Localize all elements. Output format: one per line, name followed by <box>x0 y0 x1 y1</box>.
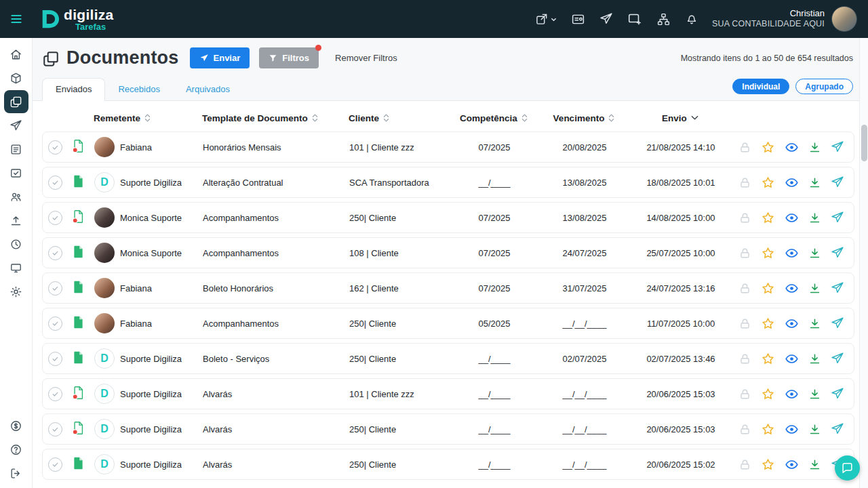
send-icon[interactable] <box>831 352 844 365</box>
sidebar-item-protocols[interactable] <box>4 138 28 161</box>
row-checkbox[interactable] <box>48 140 62 155</box>
sidebar-item-package[interactable] <box>4 66 28 89</box>
lock-icon[interactable] <box>738 211 751 224</box>
document-icon[interactable] <box>71 139 85 153</box>
eye-icon[interactable] <box>785 458 799 472</box>
agrupado-toggle[interactable]: Agrupado <box>795 79 853 94</box>
download-icon[interactable] <box>808 176 821 189</box>
star-icon[interactable] <box>761 246 775 260</box>
eye-icon[interactable] <box>785 317 799 331</box>
document-icon[interactable] <box>71 456 85 470</box>
document-icon[interactable] <box>71 421 85 435</box>
lock-icon[interactable] <box>738 176 751 189</box>
filtros-button[interactable]: Filtros <box>259 47 319 68</box>
document-icon[interactable] <box>71 350 85 365</box>
download-icon[interactable] <box>808 317 821 330</box>
org-chart-icon[interactable] <box>656 12 671 26</box>
enviar-button[interactable]: Enviar <box>190 47 250 68</box>
chat-button[interactable] <box>835 455 860 481</box>
sidebar-item-logout[interactable] <box>4 462 28 485</box>
row-checkbox[interactable] <box>48 458 62 472</box>
lock-icon[interactable] <box>738 352 751 365</box>
eye-icon[interactable] <box>785 246 799 260</box>
send-icon[interactable] <box>831 281 844 295</box>
column-cliente[interactable]: Cliente <box>349 113 450 123</box>
card-plus-icon[interactable] <box>627 12 642 26</box>
tab-recebidos[interactable]: Recebidos <box>105 79 172 100</box>
star-icon[interactable] <box>761 176 775 190</box>
star-icon[interactable] <box>761 387 775 401</box>
download-icon[interactable] <box>808 458 821 471</box>
send-icon[interactable] <box>831 422 844 436</box>
eye-icon[interactable] <box>785 352 799 366</box>
eye-icon[interactable] <box>785 140 799 155</box>
lock-icon[interactable] <box>738 247 751 260</box>
column-remetente[interactable]: Remetente <box>94 113 202 123</box>
star-icon[interactable] <box>761 281 775 296</box>
menu-icon[interactable] <box>0 0 33 38</box>
star-icon[interactable] <box>761 422 775 436</box>
remover-filtros-link[interactable]: Remover Filtros <box>335 53 397 63</box>
row-checkbox[interactable] <box>48 317 62 331</box>
lock-icon[interactable] <box>738 423 751 436</box>
star-icon[interactable] <box>761 317 775 331</box>
sidebar-item-documents[interactable] <box>4 90 28 113</box>
lock-icon[interactable] <box>738 282 751 295</box>
document-icon[interactable] <box>71 174 85 188</box>
send-icon[interactable] <box>831 317 844 330</box>
eye-icon[interactable] <box>785 176 799 190</box>
column-competencia[interactable]: Competência <box>450 113 537 123</box>
eye-icon[interactable] <box>785 281 799 296</box>
sidebar-item-help[interactable] <box>4 438 28 461</box>
sidebar-item-tasks[interactable] <box>4 161 28 184</box>
download-icon[interactable] <box>808 388 821 401</box>
row-checkbox[interactable] <box>48 387 62 401</box>
sidebar-item-clients[interactable] <box>4 185 28 208</box>
send-icon[interactable] <box>831 211 844 224</box>
row-checkbox[interactable] <box>48 176 62 190</box>
tab-arquivados[interactable]: Arquivados <box>173 79 243 100</box>
row-checkbox[interactable] <box>48 246 62 260</box>
document-icon[interactable] <box>71 280 85 294</box>
individual-toggle[interactable]: Individual <box>732 79 789 94</box>
paper-plane-icon[interactable] <box>599 12 613 26</box>
row-checkbox[interactable] <box>48 211 62 225</box>
eye-icon[interactable] <box>785 422 799 436</box>
download-icon[interactable] <box>808 352 821 365</box>
scrollbar-track[interactable] <box>859 38 868 488</box>
column-template[interactable]: Template de Documento <box>202 113 349 123</box>
external-link-icon[interactable] <box>535 12 557 26</box>
lock-icon[interactable] <box>738 141 751 154</box>
row-checkbox[interactable] <box>48 352 62 366</box>
document-icon[interactable] <box>71 315 85 329</box>
download-icon[interactable] <box>808 247 821 260</box>
row-checkbox[interactable] <box>48 281 62 296</box>
sidebar-item-settings[interactable] <box>4 280 28 303</box>
sidebar-item-home[interactable] <box>4 43 28 66</box>
id-card-icon[interactable] <box>571 12 585 26</box>
lock-icon[interactable] <box>738 388 751 401</box>
star-icon[interactable] <box>761 352 775 366</box>
send-icon[interactable] <box>831 140 844 154</box>
row-checkbox[interactable] <box>48 422 62 436</box>
column-vencimento[interactable]: Vencimento <box>537 113 631 123</box>
bell-icon[interactable] <box>685 12 698 26</box>
star-icon[interactable] <box>761 140 775 155</box>
user-menu[interactable]: Christian SUA CONTABILIDADE AQUI <box>712 6 857 32</box>
send-icon[interactable] <box>831 246 844 260</box>
lock-icon[interactable] <box>738 458 751 471</box>
eye-icon[interactable] <box>785 387 799 401</box>
eye-icon[interactable] <box>785 211 799 225</box>
sidebar-item-billing[interactable] <box>4 414 28 437</box>
star-icon[interactable] <box>761 458 775 472</box>
document-icon[interactable] <box>71 245 85 259</box>
send-icon[interactable] <box>831 387 844 401</box>
document-icon[interactable] <box>71 209 85 224</box>
sidebar-item-devices[interactable] <box>4 256 28 279</box>
download-icon[interactable] <box>808 211 821 224</box>
download-icon[interactable] <box>808 141 821 154</box>
lock-icon[interactable] <box>738 317 751 330</box>
tab-enviados[interactable]: Enviados <box>42 78 105 101</box>
scrollbar-thumb[interactable] <box>861 125 867 161</box>
user-avatar[interactable] <box>831 6 857 32</box>
